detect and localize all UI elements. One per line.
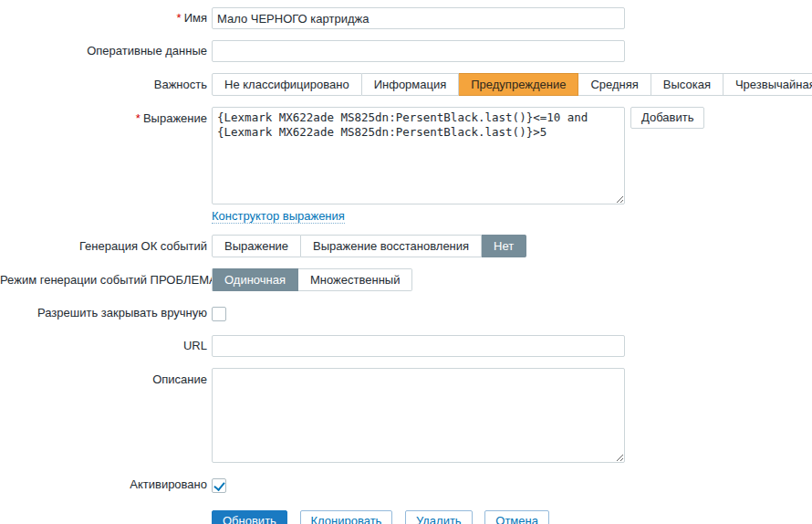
opdata-row: Оперативные данные — [0, 40, 812, 62]
manual-close-label: Разрешить закрывать вручную — [0, 302, 212, 324]
clone-button[interactable]: Клонировать — [300, 510, 393, 524]
ok-event-generation-segmented-control: Выражение Выражение восстановления Нет — [212, 235, 526, 257]
url-row: URL — [0, 335, 812, 357]
severity-option-average[interactable]: Средняя — [578, 73, 651, 96]
name-label: *Имя — [0, 7, 212, 29]
expression-row: *Выражение {Lexmark MX622ade MS825dn:Per… — [0, 107, 812, 224]
problem-event-mode-row: Режим генерации событий ПРОБЛЕМА Одиночн… — [0, 268, 812, 291]
required-asterisk: * — [177, 11, 182, 25]
opdata-input[interactable] — [212, 40, 625, 62]
expression-add-button[interactable]: Добавить — [630, 107, 704, 129]
trigger-edit-form: *Имя Оперативные данные Важность Не клас… — [0, 0, 812, 524]
delete-button[interactable]: Удалить — [405, 510, 473, 524]
expression-constructor-link[interactable]: Конструктор выражения — [212, 209, 345, 224]
expression-textarea[interactable]: {Lexmark MX622ade MS825dn:PersentBlack.l… — [212, 107, 625, 204]
ok-event-option-none[interactable]: Нет — [482, 235, 526, 257]
ok-event-generation-row: Генерация ОК событий Выражение Выражение… — [0, 235, 812, 257]
description-textarea[interactable] — [212, 368, 625, 463]
problem-event-mode-segmented-control: Одиночная Множественный — [212, 268, 412, 291]
name-input[interactable] — [212, 7, 625, 29]
severity-option-not-classified[interactable]: Не классифицировано — [212, 73, 362, 96]
severity-option-warning[interactable]: Предупреждение — [459, 73, 578, 96]
cancel-button[interactable]: Отмена — [484, 510, 549, 524]
url-label: URL — [0, 335, 212, 357]
footer-actions: Обновить Клонировать Удалить Отмена — [0, 510, 812, 524]
description-label: Описание — [0, 368, 212, 387]
manual-close-checkbox[interactable] — [212, 307, 226, 321]
enabled-label: Активировано — [0, 474, 212, 496]
ok-event-option-expression[interactable]: Выражение — [212, 235, 301, 257]
severity-segmented-control: Не классифицировано Информация Предупреж… — [212, 73, 812, 96]
expression-label: *Выражение — [0, 107, 212, 126]
ok-event-generation-label: Генерация ОК событий — [0, 236, 212, 257]
problem-mode-option-single[interactable]: Одиночная — [212, 268, 298, 291]
name-row: *Имя — [0, 7, 812, 29]
severity-label: Важность — [0, 74, 212, 96]
manual-close-row: Разрешить закрывать вручную — [0, 302, 812, 324]
severity-option-disaster[interactable]: Чрезвычайная — [724, 73, 812, 96]
severity-row: Важность Не классифицировано Информация … — [0, 73, 812, 96]
ok-event-option-recovery-expression[interactable]: Выражение восстановления — [301, 235, 482, 257]
enabled-checkbox[interactable] — [212, 478, 226, 493]
severity-option-information[interactable]: Информация — [362, 73, 460, 96]
update-button[interactable]: Обновить — [212, 510, 287, 524]
problem-mode-option-multiple[interactable]: Множественный — [298, 268, 412, 291]
required-asterisk: * — [136, 111, 141, 125]
severity-option-high[interactable]: Высокая — [651, 73, 724, 96]
enabled-row: Активировано — [0, 474, 812, 496]
problem-event-mode-label: Режим генерации событий ПРОБЛЕМА — [0, 269, 212, 291]
description-row: Описание — [0, 368, 812, 463]
url-input[interactable] — [212, 335, 625, 357]
opdata-label: Оперативные данные — [0, 40, 212, 62]
